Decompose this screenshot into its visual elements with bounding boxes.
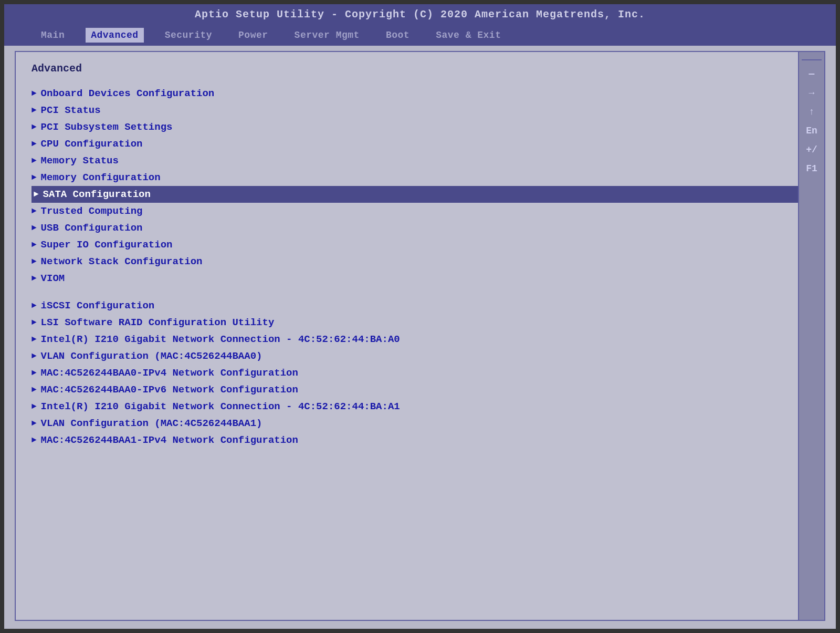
list-item-label: USB Configuration [41,222,143,234]
arrow-icon: ► [34,190,39,199]
arrow-icon: ► [32,89,37,98]
list-item-label: Intel(R) I210 Gigabit Network Connection… [41,401,400,412]
arrow-icon: ► [32,335,37,344]
sidebar-btn-minus[interactable]: — [807,67,817,81]
sidebar-btn-plus[interactable]: +/ [804,142,820,157]
list-item-label: Intel(R) I210 Gigabit Network Connection… [41,334,400,345]
arrow-icon: ► [32,301,37,310]
arrow-icon: ► [32,156,37,165]
list-item-label: PCI Subsystem Settings [41,121,173,133]
arrow-icon: ► [32,106,37,115]
arrow-icon: ► [32,385,37,395]
right-sidebar: — → ↑ En +/ F1 [798,52,824,620]
section-title: Advanced [32,63,808,75]
arrow-icon: ► [32,122,37,132]
list-item-label: MAC:4C526244BAA0-IPv6 Network Configurat… [41,384,298,396]
list-item-label: iSCSI Configuration [41,300,155,312]
arrow-icon: ► [32,351,37,361]
sidebar-btn-f1[interactable]: F1 [804,161,820,176]
title-bar: Aptio Setup Utility - Copyright (C) 2020… [4,4,836,25]
arrow-icon: ► [32,402,37,411]
arrow-icon: ► [32,419,37,428]
list-item-label: Memory Status [41,155,119,167]
list-item-super-io[interactable]: ► Super IO Configuration [32,236,808,253]
list-item-label: Trusted Computing [41,205,143,217]
arrow-icon: ► [32,318,37,327]
list-item-label: PCI Status [41,105,101,116]
list-item-label: Network Stack Configuration [41,256,203,267]
menu-item-power[interactable]: Power [233,28,274,43]
sidebar-btn-enter[interactable]: En [804,123,820,138]
list-item-pci-subsystem[interactable]: ► PCI Subsystem Settings [32,119,808,136]
list-item-ipv4-a1[interactable]: ► MAC:4C526244BAA1-IPv4 Network Configur… [32,432,808,449]
list-item-label: SATA Configuration [43,189,151,200]
list-item-label: MAC:4C526244BAA1-IPv4 Network Configurat… [41,434,298,446]
list-item-memory-config[interactable]: ► Memory Configuration [32,169,808,186]
list-item-label: Onboard Devices Configuration [41,88,215,99]
menu-item-server-mgmt[interactable]: Server Mgmt [289,28,365,43]
arrow-icon: ► [32,257,37,266]
list-item-iscsi[interactable]: ► iSCSI Configuration [32,297,808,314]
list-item-vlan-a1[interactable]: ► VLAN Configuration (MAC:4C526244BAA1) [32,415,808,432]
menu-item-boot[interactable]: Boot [381,28,415,43]
menu-item-security[interactable]: Security [160,28,217,43]
list-item-network-stack[interactable]: ► Network Stack Configuration [32,253,808,270]
list-item-trusted[interactable]: ► Trusted Computing [32,203,808,220]
list-item-lsi-raid[interactable]: ► LSI Software RAID Configuration Utilit… [32,314,808,331]
arrow-icon: ► [32,274,37,283]
list-item-cpu[interactable]: ► CPU Configuration [32,136,808,152]
list-item-ipv6-a0[interactable]: ► MAC:4C526244BAA0-IPv6 Network Configur… [32,381,808,398]
menu-list-secondary: ► iSCSI Configuration ► LSI Software RAI… [32,297,808,449]
arrow-icon: ► [32,368,37,378]
menu-list-primary: ► Onboard Devices Configuration ► PCI St… [32,85,808,287]
arrow-icon: ► [32,223,37,233]
bios-screen: Aptio Setup Utility - Copyright (C) 2020… [0,0,840,633]
arrow-icon: ► [32,139,37,149]
list-item-pci-status[interactable]: ► PCI Status [32,102,808,119]
list-item-label: MAC:4C526244BAA0-IPv4 Network Configurat… [41,367,298,379]
list-item-intel-i210-a0[interactable]: ► Intel(R) I210 Gigabit Network Connecti… [32,331,808,348]
menu-bar: Main Advanced Security Power Server Mgmt… [4,25,836,46]
arrow-icon: ► [32,173,37,182]
list-item-label: LSI Software RAID Configuration Utility [41,317,275,328]
arrow-icon: ► [32,240,37,250]
list-item-label: VLAN Configuration (MAC:4C526244BAA0) [41,350,262,362]
content-area: Advanced ► Onboard Devices Configuration… [15,51,825,621]
menu-item-save-exit[interactable]: Save & Exit [430,28,506,43]
list-item-usb[interactable]: ► USB Configuration [32,220,808,236]
list-item-intel-i210-a1[interactable]: ► Intel(R) I210 Gigabit Network Connecti… [32,398,808,415]
arrow-icon: ► [32,206,37,216]
list-item-onboard[interactable]: ► Onboard Devices Configuration [32,85,808,102]
list-item-label: Memory Configuration [41,172,161,183]
list-item-vlan-a0[interactable]: ► VLAN Configuration (MAC:4C526244BAA0) [32,348,808,365]
menu-item-main[interactable]: Main [36,28,70,43]
menu-item-advanced[interactable]: Advanced [86,28,143,43]
list-item-viom[interactable]: ► VIOM [32,270,808,287]
sidebar-btn-up[interactable]: ↑ [807,105,817,119]
list-item-sata[interactable]: ► SATA Configuration [32,186,808,203]
list-item-memory-status[interactable]: ► Memory Status [32,152,808,169]
list-item-label: Super IO Configuration [41,239,173,251]
list-item-ipv4-a0[interactable]: ► MAC:4C526244BAA0-IPv4 Network Configur… [32,365,808,381]
sidebar-divider [802,59,822,60]
list-item-label: CPU Configuration [41,138,143,150]
sidebar-btn-arrow[interactable]: → [807,86,817,100]
list-item-label: VIOM [41,273,65,284]
arrow-icon: ► [32,435,37,445]
title-text: Aptio Setup Utility - Copyright (C) 2020… [195,8,645,20]
list-item-label: VLAN Configuration (MAC:4C526244BAA1) [41,418,262,429]
